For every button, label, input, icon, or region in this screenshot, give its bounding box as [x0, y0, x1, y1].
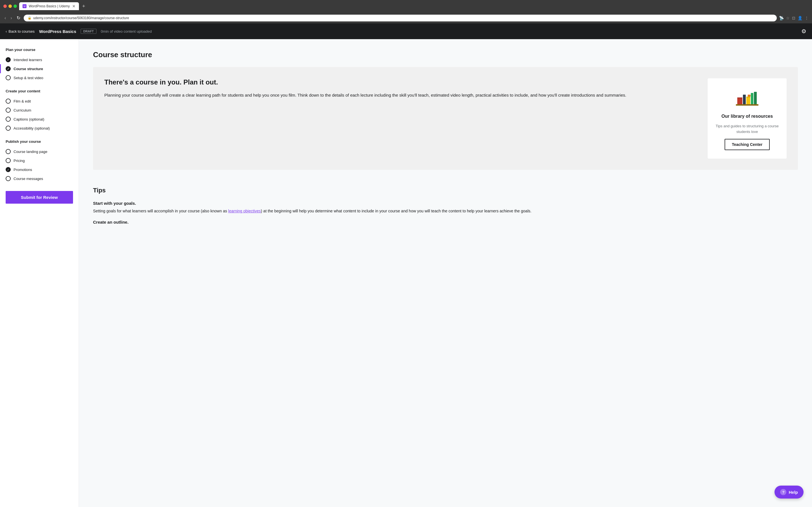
svg-rect-3	[743, 95, 746, 104]
plan-section-title: Plan your course	[6, 48, 73, 52]
lock-icon: 🔒	[28, 16, 32, 20]
tip2-heading: Create an outline.	[93, 220, 798, 224]
browser-titlebar: U WordPress Basics | Udemy ✕ +	[0, 0, 812, 12]
help-icon: ?	[780, 489, 786, 495]
more-menu-icon[interactable]: ⋮	[805, 16, 809, 20]
video-status: 0min of video content uploaded	[101, 29, 152, 34]
sidebar-item-course-messages[interactable]: Course messages	[6, 174, 73, 183]
film-edit-label: Film & edit	[13, 99, 31, 103]
check-icon-captions	[6, 117, 11, 122]
back-arrow-icon: ‹	[6, 29, 7, 34]
browser-actions: 📡 ☆ ⊡ 👤 ⋮	[779, 16, 809, 20]
sidebar-item-curriculum[interactable]: Curriculum	[6, 106, 73, 115]
minimize-window-button[interactable]	[8, 4, 12, 8]
info-text-block: There's a course in you. Plan it out. Pl…	[104, 78, 702, 159]
sidebar-item-captions[interactable]: Captions (optional)	[6, 115, 73, 124]
course-landing-page-label: Course landing page	[13, 150, 47, 154]
info-body: Planning your course carefully will crea…	[104, 92, 702, 99]
learning-objectives-link[interactable]: learning objectives	[228, 209, 261, 213]
sidebar-item-setup-test-video[interactable]: Setup & test video	[6, 73, 73, 82]
back-button[interactable]: ‹	[3, 14, 7, 22]
extensions-icon[interactable]: ⊡	[792, 16, 795, 20]
resource-card-title: Our library of resources	[721, 114, 773, 119]
app-header: ‹ Back to courses WordPress Basics DRAFT…	[0, 23, 812, 39]
close-window-button[interactable]	[3, 4, 7, 8]
sidebar: Plan your course ✓ Intended learners ✓ C…	[0, 39, 79, 507]
accessibility-label: Accessibility (optional)	[13, 126, 50, 130]
maximize-window-button[interactable]	[13, 4, 17, 8]
course-structure-label: Course structure	[13, 67, 43, 71]
back-to-courses-link[interactable]: ‹ Back to courses	[6, 29, 35, 34]
tip1-body-after: ) at the beginning will help you determi…	[261, 209, 531, 213]
course-title: WordPress Basics	[39, 29, 76, 34]
captions-label: Captions (optional)	[13, 117, 44, 121]
new-tab-button[interactable]: +	[82, 3, 86, 9]
sidebar-item-course-landing-page[interactable]: Course landing page	[6, 147, 73, 156]
check-icon-course-messages	[6, 176, 11, 181]
browser-tab[interactable]: U WordPress Basics | Udemy ✕	[19, 2, 79, 10]
tab-title: WordPress Basics | Udemy	[29, 4, 70, 8]
tab-favicon: U	[22, 4, 27, 8]
books-illustration	[733, 87, 761, 109]
tip1-heading: Start with your goals.	[93, 201, 798, 206]
help-button[interactable]: ? Help	[774, 486, 804, 499]
sidebar-item-promotions[interactable]: ✓ Promotions	[6, 165, 73, 174]
check-icon-curriculum	[6, 108, 11, 113]
curriculum-label: Curriculum	[13, 108, 31, 112]
resource-card-description: Tips and guides to structuring a course …	[714, 123, 780, 134]
check-icon-film-edit	[6, 99, 11, 104]
reload-button[interactable]: ↻	[15, 14, 21, 22]
submit-for-review-button[interactable]: Submit for Review	[6, 191, 73, 204]
publish-section-title: Publish your course	[6, 139, 73, 144]
url-text: udemy.com/instructor/course/5063180/mana…	[33, 16, 129, 20]
promotions-label: Promotions	[13, 168, 32, 172]
tip1-body-before: Setting goals for what learners will acc…	[93, 209, 228, 213]
profile-icon[interactable]: 👤	[798, 16, 802, 20]
sidebar-item-pricing[interactable]: Pricing	[6, 156, 73, 165]
check-icon-course-landing-page	[6, 149, 11, 154]
svg-rect-7	[754, 92, 757, 104]
setup-test-video-label: Setup & test video	[13, 76, 43, 80]
sidebar-item-film-edit[interactable]: Film & edit	[6, 97, 73, 106]
browser-chrome: U WordPress Basics | Udemy ✕ + ‹ › ↻ 🔒 u…	[0, 0, 812, 23]
bookmark-icon[interactable]: ☆	[786, 16, 790, 20]
check-icon-accessibility	[6, 126, 11, 131]
page-title: Course structure	[93, 50, 798, 59]
svg-rect-8	[748, 95, 751, 97]
svg-rect-0	[736, 104, 758, 106]
teaching-center-button[interactable]: Teaching Center	[725, 139, 770, 150]
tip1-body: Setting goals for what learners will acc…	[93, 208, 798, 214]
svg-rect-6	[751, 93, 753, 104]
svg-rect-2	[737, 98, 742, 98]
svg-rect-5	[746, 97, 750, 98]
info-heading: There's a course in you. Plan it out.	[104, 78, 702, 86]
check-icon-intended-learners: ✓	[6, 57, 11, 62]
resource-card: Our library of resources Tips and guides…	[708, 78, 786, 159]
pricing-label: Pricing	[13, 159, 25, 163]
browser-nav: ‹ › ↻ 🔒 udemy.com/instructor/course/5063…	[0, 12, 812, 23]
forward-button[interactable]: ›	[9, 14, 13, 22]
sidebar-item-course-structure[interactable]: ✓ Course structure	[6, 64, 73, 73]
content-area: Course structure There's a course in you…	[79, 39, 812, 507]
svg-rect-4	[746, 97, 750, 104]
create-section-title: Create your content	[6, 89, 73, 93]
help-label: Help	[789, 490, 798, 495]
info-section: There's a course in you. Plan it out. Pl…	[93, 67, 798, 170]
sidebar-item-accessibility[interactable]: Accessibility (optional)	[6, 124, 73, 133]
svg-rect-1	[737, 98, 742, 104]
intended-learners-label: Intended learners	[13, 58, 42, 62]
traffic-lights	[3, 4, 17, 8]
sidebar-item-intended-learners[interactable]: ✓ Intended learners	[6, 55, 73, 64]
cast-icon[interactable]: 📡	[779, 16, 784, 20]
course-messages-label: Course messages	[13, 177, 43, 181]
check-icon-setup-test-video	[6, 75, 11, 80]
main-layout: Plan your course ✓ Intended learners ✓ C…	[0, 39, 812, 507]
back-to-courses-label: Back to courses	[8, 29, 35, 34]
settings-icon[interactable]: ⚙	[801, 28, 806, 35]
draft-badge: DRAFT	[81, 29, 96, 34]
check-icon-course-structure: ✓	[6, 66, 11, 71]
tab-close-button[interactable]: ✕	[72, 4, 75, 8]
tips-title: Tips	[93, 187, 798, 194]
check-icon-pricing	[6, 158, 11, 163]
address-bar[interactable]: 🔒 udemy.com/instructor/course/5063180/ma…	[24, 15, 777, 21]
